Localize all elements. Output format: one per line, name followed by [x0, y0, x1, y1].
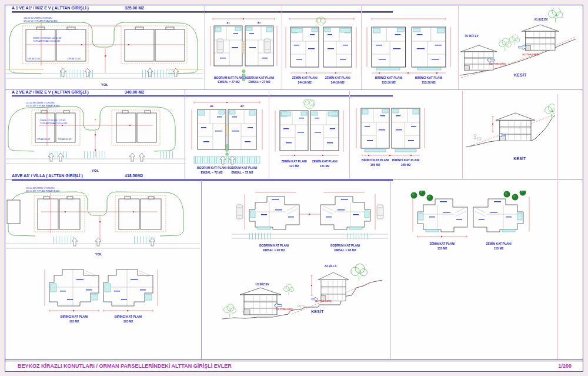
unit-label: A2 — [210, 105, 213, 108]
plan-area: 155 M2 — [437, 247, 447, 250]
plan-area: 155 M2 — [494, 247, 504, 250]
panel-divider — [349, 91, 350, 178]
plan-title: BİRİNCİ KAT PLANI — [362, 158, 389, 162]
figure-icon — [298, 305, 304, 308]
plan-area: EMSAL = 72 M2 — [201, 171, 222, 174]
unit-label: A1 — [226, 21, 230, 24]
band-divider — [5, 179, 583, 180]
house-section — [318, 272, 349, 301]
section-label: KESİT — [514, 73, 527, 77]
car-icon — [264, 39, 270, 53]
row1-total-area: 325.00 M2 — [125, 6, 144, 10]
tree-icon — [499, 38, 512, 51]
titlebar-divider — [5, 360, 583, 361]
row1-header-text: A 1 VE A1' / İKİZ E V ( ALTTAN GİRİŞLİ ) — [12, 6, 89, 10]
row1-header: A 1 VE A1' / İKİZ E V ( ALTTAN GİRİŞLİ )… — [12, 6, 393, 13]
tree-icon — [316, 17, 326, 25]
house-section — [522, 25, 559, 50]
site-note: 144.50 M2 ZEMİN OTURUMU — [24, 16, 52, 19]
sheet-scale: 1/200 — [530, 363, 572, 369]
plan-area: EMSAL = 98 M2 — [263, 248, 285, 252]
kesit-a1: Ü1 İKİZ EV A1 İKİZ EV ÜSTTEN GİRİŞ ALTTA… — [460, 8, 576, 88]
plan-title: BİRİNCİ KAT PLANI — [375, 76, 403, 79]
plan-area: EMSAL = 98 M2 — [334, 248, 356, 252]
entry-arrow-icon — [147, 68, 153, 76]
building-label: Ü1 İKİZ EV — [465, 34, 479, 38]
road-label: YOL — [101, 83, 109, 86]
plan-a3-birinci: BİRİNCİ KAT PLANI 165 M2 BİRİNCİ KAT PLA… — [39, 264, 198, 330]
figure-icon — [473, 134, 481, 140]
plan-area: 165 M2 — [69, 320, 79, 323]
row2-header: A 2 VE A2' / İKİZ E V ( ALTTAN GİRİŞLİ )… — [12, 90, 393, 97]
site-plan-a3: 155.00 M2 ZEMİN OTURUMU 418.50 M2 TOPLAM… — [6, 184, 200, 258]
entry-arrow-icon — [139, 153, 145, 161]
house-section — [460, 45, 497, 70]
site-note: 340.00 M2 TOPLAM İNŞAAT ALANI — [26, 104, 59, 107]
plan-title: BODRUM KAT PLANI — [330, 244, 360, 247]
tree-icon — [411, 192, 417, 199]
site-plan-a1: 144.50 M2 ZEMİN OTURUMU 325.00 M2 TOPLAM… — [6, 14, 203, 89]
tree-icon — [351, 264, 368, 281]
entry-arrow-icon — [58, 153, 64, 161]
plan-area: 121 M2 — [289, 164, 299, 168]
entry-label: ÜSTTEN GİRİŞ — [489, 62, 506, 65]
entry-arrow-icon — [60, 68, 66, 76]
plan-a1-birinci: BİRİNCİ KAT PLANI 153.50 M2 BİRİNCİ KAT … — [361, 15, 456, 88]
car-icon — [377, 205, 383, 219]
entry-arrow-icon — [149, 238, 155, 246]
unit-label: A2' — [240, 105, 245, 108]
site-plan-note: ZEMİN OTURUMU 144.50 M2 — [33, 36, 62, 39]
plan-area: EMSAL = 27 M2 — [218, 80, 239, 84]
corner-note: TOPLAM 325 M2 — [27, 58, 41, 60]
corner-note: TOPLAM 340 M2 — [36, 138, 50, 141]
panel-divider — [462, 91, 463, 178]
plan-title: ZEMİN KAT PLANI — [292, 76, 318, 79]
plan-title: BODRUM KAT PLANI — [245, 76, 275, 79]
tree-icon — [545, 104, 555, 118]
unit-label: A1' — [258, 21, 262, 24]
site-plan-a2: 121.00 M2 ZEMİN OTURUMU 340.00 M2 TOPLAM… — [6, 98, 186, 179]
entry-arrow-icon — [72, 238, 78, 246]
plan-area: 165 M2 — [123, 320, 133, 323]
entry-label: ALTTAN GİRİŞ — [315, 300, 332, 302]
plan-title: BODRUM KAT PLANI — [197, 166, 227, 169]
plan-a1-bodrum: A1 A1' BODRUM KAT PLANI EMSAL = 27 M2 BO… — [207, 15, 280, 88]
plan-area: 165 M2 — [401, 163, 411, 167]
plan-area: EMSAL = 72 M2 — [231, 171, 253, 174]
section-label: KESİT — [513, 157, 526, 161]
plan-area: 144.50 M2 — [330, 81, 345, 84]
entry-arrow-icon — [95, 238, 101, 246]
architectural-sheet: { "sheet": { "title": "BEYKOZ KİRAZLI KO… — [0, 0, 588, 376]
plan-title: BİRİNCİ KAT PLANI — [415, 76, 443, 79]
panel-divider — [205, 5, 205, 89]
house-section — [240, 288, 281, 315]
entry-arrow-icon — [519, 45, 526, 49]
plan-title: ZEMİN KAT PLANI — [281, 159, 307, 163]
site-note: 325.00 M2 TOPLAM İNŞAAT ALANI — [24, 19, 57, 22]
tree-icon — [504, 191, 510, 198]
tree-icon — [284, 284, 294, 295]
plan-area: 153.50 M2 — [382, 81, 396, 84]
plan-area: EMSAL = 27 M2 — [248, 80, 270, 84]
corner-note: TOPLAM 325 M2 — [67, 58, 81, 60]
plan-a2-bodrum: A2 A2' BODRUM KAT PLANI EMSAL = 72 M2 BO… — [187, 98, 267, 175]
plan-a2-birinci: BİRİNCİ KAT PLANI 165 M2 BİRİNCİ KAT PLA… — [352, 100, 429, 172]
car-icon — [236, 205, 243, 219]
site-plan-note: ZEMİN OTURUMU 121 M2 — [40, 119, 66, 122]
plan-area: 144.50 M2 — [298, 81, 312, 84]
row2-header-text: A 2 VE A2' / İKİZ E V ( ALTTAN GİRİŞLİ ) — [12, 90, 89, 94]
tree-icon — [419, 191, 426, 197]
kesit-a2: KESİT — [466, 99, 555, 177]
panel-divider — [390, 179, 390, 359]
plan-title: ZEMİN KAT PLANI — [429, 242, 455, 245]
tree-icon — [224, 304, 236, 317]
plan-title: ZEMİN KAT PLANI — [486, 242, 512, 245]
panel-divider — [269, 91, 269, 178]
band-divider — [5, 89, 583, 90]
site-plan-note: TOPLAM İNŞAAT 325.00 M2 — [33, 39, 60, 42]
plan-a1-zemin: ZEMİN KAT PLANI 144.50 M2 ZEMİN KAT PLAN… — [282, 15, 360, 88]
plan-a3-bodrum: BODRUM KAT PLANI EMSAL = 98 M2 BODRUM KA… — [232, 191, 388, 254]
section-label: KESİT — [311, 310, 324, 314]
plan-title: BODRUM KAT PLANI — [214, 76, 244, 79]
panel-divider — [458, 6, 459, 89]
